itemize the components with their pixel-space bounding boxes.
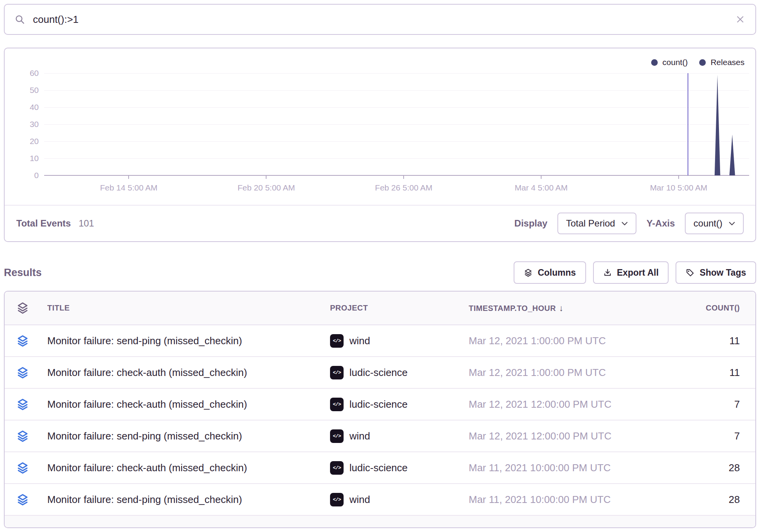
results-heading: Results bbox=[4, 267, 42, 279]
chart-footer: Total Events 101 Display Total Period Y-… bbox=[5, 205, 755, 241]
x-axis-tick bbox=[403, 175, 404, 179]
layers-icon bbox=[524, 268, 533, 277]
column-header-count[interactable]: COUNT() bbox=[638, 304, 755, 312]
row-project-name: wind bbox=[349, 494, 370, 506]
search-icon bbox=[15, 14, 25, 25]
x-axis-tick-label: Feb 26 5:00 AM bbox=[375, 183, 432, 192]
count-series-spikes bbox=[44, 73, 749, 175]
row-project: </> ludic-science bbox=[323, 461, 462, 475]
table-row: Monitor failure: check-auth (missed_chec… bbox=[5, 357, 755, 389]
export-all-button-label: Export All bbox=[617, 268, 659, 278]
column-header-project[interactable]: PROJECT bbox=[323, 304, 462, 312]
row-project-name: ludic-science bbox=[349, 462, 408, 474]
tag-icon bbox=[686, 268, 695, 277]
row-stack-icon-cell[interactable] bbox=[5, 398, 40, 411]
layers-icon bbox=[16, 302, 29, 314]
row-project-name: wind bbox=[349, 430, 370, 442]
column-header-timestamp-label: TIMESTAMP.TO_HOUR bbox=[469, 304, 556, 312]
row-stack-icon-cell[interactable] bbox=[5, 335, 40, 347]
row-stack-icon-cell[interactable] bbox=[5, 493, 40, 506]
events-chart-panel: count()Releases 0102030405060Feb 14 5:00… bbox=[4, 48, 756, 242]
row-timestamp: Mar 11, 2021 10:00:00 PM UTC bbox=[462, 462, 638, 474]
row-count: 28 bbox=[638, 462, 755, 474]
chart-legend: count()Releases bbox=[651, 58, 745, 67]
display-dropdown[interactable]: Total Period bbox=[557, 213, 636, 234]
export-all-button[interactable]: Export All bbox=[593, 261, 669, 284]
code-platform-icon: </> bbox=[330, 461, 344, 475]
stack-events-icon bbox=[16, 366, 29, 379]
row-project: </> wind bbox=[323, 493, 462, 506]
row-count: 11 bbox=[638, 367, 755, 379]
x-axis-tick bbox=[678, 175, 679, 179]
row-title-link[interactable]: Monitor failure: send-ping (missed_check… bbox=[40, 430, 323, 442]
release-marker-line bbox=[688, 73, 688, 175]
table-row: Monitor failure: send-ping (missed_check… bbox=[5, 484, 755, 516]
column-header-timestamp[interactable]: TIMESTAMP.TO_HOUR↓ bbox=[462, 303, 638, 313]
x-axis-tick bbox=[266, 175, 267, 179]
row-stack-icon-cell[interactable] bbox=[5, 430, 40, 443]
columns-button[interactable]: Columns bbox=[514, 261, 586, 284]
y-axis-tick-label: 10 bbox=[8, 154, 39, 163]
display-dropdown-value: Total Period bbox=[566, 218, 615, 229]
column-header-title[interactable]: TITLE bbox=[40, 304, 323, 312]
total-events-value: 101 bbox=[79, 218, 94, 229]
clear-search-button[interactable] bbox=[735, 14, 745, 24]
row-title-link[interactable]: Monitor failure: check-auth (missed_chec… bbox=[40, 367, 323, 379]
row-title-link[interactable]: Monitor failure: send-ping (missed_check… bbox=[40, 494, 323, 506]
code-platform-icon: </> bbox=[330, 429, 344, 443]
row-title-link[interactable]: Monitor failure: check-auth (missed_chec… bbox=[40, 462, 323, 474]
legend-item-count-[interactable]: count() bbox=[651, 58, 688, 67]
y-axis-tick-label: 50 bbox=[8, 86, 39, 95]
x-axis-tick bbox=[541, 175, 542, 179]
header-stack-icon-cell[interactable] bbox=[5, 302, 40, 314]
row-project: </> ludic-science bbox=[323, 398, 462, 411]
results-bar: Results Columns Export All Show Tags bbox=[4, 261, 756, 284]
row-project: </> ludic-science bbox=[323, 366, 462, 379]
table-body: Monitor failure: send-ping (missed_check… bbox=[5, 325, 755, 516]
code-platform-icon: </> bbox=[330, 493, 344, 506]
row-project-name: ludic-science bbox=[349, 367, 408, 379]
row-timestamp: Mar 11, 2021 10:00:00 PM UTC bbox=[462, 494, 638, 506]
legend-item-releases[interactable]: Releases bbox=[699, 58, 745, 67]
row-count: 7 bbox=[638, 398, 755, 410]
display-label: Display bbox=[514, 218, 547, 229]
download-icon bbox=[603, 268, 612, 277]
x-axis-tick bbox=[128, 175, 129, 179]
show-tags-button[interactable]: Show Tags bbox=[676, 261, 756, 284]
row-title-link[interactable]: Monitor failure: send-ping (missed_check… bbox=[40, 335, 323, 347]
chart-area: count()Releases 0102030405060Feb 14 5:00… bbox=[5, 48, 755, 205]
code-platform-icon: </> bbox=[330, 334, 344, 348]
row-title-link[interactable]: Monitor failure: check-auth (missed_chec… bbox=[40, 398, 323, 410]
search-bar bbox=[4, 4, 756, 35]
x-axis-tick-label: Mar 10 5:00 AM bbox=[650, 183, 707, 192]
row-timestamp: Mar 12, 2021 1:00:00 PM UTC bbox=[462, 367, 638, 379]
table-row: Monitor failure: send-ping (missed_check… bbox=[5, 420, 755, 452]
columns-button-label: Columns bbox=[538, 268, 576, 278]
search-input[interactable] bbox=[33, 14, 735, 26]
row-stack-icon-cell[interactable] bbox=[5, 366, 40, 379]
chart-plot: 0102030405060Feb 14 5:00 AMFeb 20 5:00 A… bbox=[44, 73, 749, 175]
yaxis-label: Y-Axis bbox=[647, 218, 675, 229]
row-count: 11 bbox=[638, 335, 755, 347]
chevron-down-icon bbox=[729, 221, 735, 226]
chevron-down-icon bbox=[621, 221, 628, 226]
x-axis-tick-label: Feb 14 5:00 AM bbox=[100, 183, 157, 192]
yaxis-dropdown[interactable]: count() bbox=[685, 213, 744, 234]
row-timestamp: Mar 12, 2021 1:00:00 PM UTC bbox=[462, 335, 638, 347]
row-stack-icon-cell[interactable] bbox=[5, 462, 40, 474]
y-axis-tick-label: 60 bbox=[8, 69, 39, 78]
show-tags-button-label: Show Tags bbox=[700, 268, 746, 278]
x-axis-tick-label: Mar 4 5:00 AM bbox=[515, 183, 568, 192]
y-axis-tick-label: 20 bbox=[8, 137, 39, 146]
legend-label: count() bbox=[662, 58, 688, 67]
y-axis-tick-label: 0 bbox=[8, 171, 39, 180]
stack-events-icon bbox=[16, 430, 29, 443]
code-platform-icon: </> bbox=[330, 398, 344, 411]
results-table: TITLE PROJECT TIMESTAMP.TO_HOUR↓ COUNT()… bbox=[4, 291, 756, 528]
row-count: 7 bbox=[638, 430, 755, 442]
close-icon bbox=[735, 14, 745, 24]
stack-events-icon bbox=[16, 462, 29, 474]
row-project: </> wind bbox=[323, 334, 462, 348]
y-axis-tick-label: 40 bbox=[8, 103, 39, 112]
row-timestamp: Mar 12, 2021 12:00:00 PM UTC bbox=[462, 398, 638, 410]
